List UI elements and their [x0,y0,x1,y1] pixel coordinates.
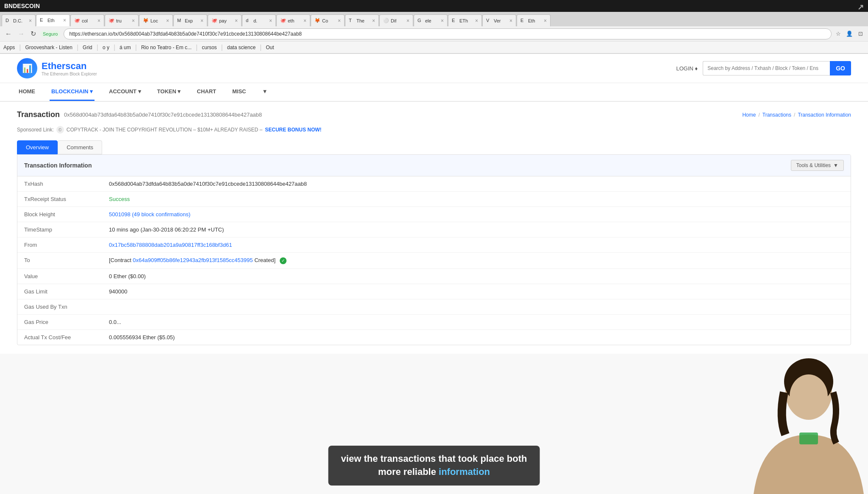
bookmark-separator: | [135,44,137,51]
info-value-7: 940000 [109,288,127,295]
tools-utilities-button[interactable]: Tools & Utilities ▼ [791,160,844,171]
info-row-2: Block Height5001098 (49 block confirmati… [17,207,851,222]
overview-tab-overview[interactable]: Overview [17,140,58,154]
contract-link[interactable]: 0x64a909ff05b86fe12943a2fb913f1585cc4539… [133,257,253,263]
browser-tab-tab14[interactable]: EETh× [448,14,482,26]
tab-title: Co [322,18,328,23]
info-value-9: 0.0... [109,319,121,325]
tab-close-icon[interactable]: × [97,18,100,24]
tab-close-icon[interactable]: × [132,18,135,24]
tab-favicon: d [246,18,252,24]
tab-close-icon[interactable]: × [200,18,203,24]
tab-title: Eth [528,18,535,23]
tab-close-icon[interactable]: × [406,18,409,24]
bookmark-separator: | [221,44,223,51]
browser-tab-tab3[interactable]: 🐙col× [70,14,104,26]
info-value-5: [Contract 0x64a909ff05b86fe12943a2fb913f… [109,257,287,264]
logo-area: 📊 Etherscan The Ethereum Block Explorer [17,58,97,78]
browser-tab-tab13[interactable]: Gele× [414,14,448,26]
nav-item-token[interactable]: TOKEN ▾ [156,83,183,101]
tools-arrow-icon: ▼ [833,162,838,168]
card-title: Transaction Information [24,162,92,169]
bookmark-item-1[interactable]: Grooveshark - Listen [25,45,72,50]
tab-favicon: D [6,18,11,24]
browser-tab-tab5[interactable]: 🦊Loc× [139,14,173,26]
tab-favicon: M [177,18,183,24]
info-label-4: From [24,242,109,248]
tab-close-icon[interactable]: × [29,18,32,24]
bookmark-item-8[interactable]: Out [266,45,274,50]
info-value-3: 10 mins ago (Jan-30-2018 06:20:22 PM +UT… [109,226,224,233]
overview-tab-comments[interactable]: Comments [58,140,102,154]
titlebar: BNDESCOIN ↗ [0,0,868,12]
breadcrumb-item-1[interactable]: Transactions [762,112,791,118]
nav-item-▼[interactable]: ▼ [261,83,270,101]
bookmark-star-icon[interactable]: ☆ [834,30,843,38]
tab-close-icon[interactable]: × [63,17,66,23]
nav-item-misc[interactable]: MISC [231,83,248,101]
breadcrumb-item-2[interactable]: Transaction Information [798,112,851,118]
browser-tab-tab4[interactable]: 🐙tru× [105,14,139,26]
bookmark-item-2[interactable]: Grid [83,45,92,50]
nav-item-chart[interactable]: CHART [195,83,218,101]
tab-title: Eth [47,18,55,23]
forward-button[interactable]: → [16,29,26,39]
tab-bar: DD.C.×EEth×🐙col×🐙tru×🦊Loc×MExp×🐙pay×dd.×… [0,12,868,26]
bookmark-item-5[interactable]: Rio no Teatro - Em c... [141,45,192,50]
tab-close-icon[interactable]: × [509,18,512,24]
browser-tab-tab12[interactable]: ⚪Dif× [379,14,413,26]
sponsored-cta[interactable]: SECURE BONUS NOW! [265,127,321,133]
reload-button[interactable]: ↻ [29,29,38,39]
info-value-2[interactable]: 5001098 (49 block confirmations) [109,211,190,218]
browser-tab-tab16[interactable]: EEth× [517,14,551,26]
extend-icon[interactable]: ⊡ [856,30,865,38]
bookmark-item-4[interactable]: á um [120,45,131,50]
tab-close-icon[interactable]: × [235,18,238,24]
site-name[interactable]: Etherscan [42,61,97,72]
breadcrumb-sep: / [758,112,760,118]
tab-close-icon[interactable]: × [441,18,444,24]
bookmark-item-0[interactable]: Apps [3,45,15,50]
tab-favicon: T [349,18,355,24]
info-value-1: Success [109,196,130,202]
tab-title: Exp [185,18,193,23]
browser-tab-tab1[interactable]: DD.C.× [2,14,36,26]
back-button[interactable]: ← [3,29,14,39]
tab-close-icon[interactable]: × [544,18,547,24]
tab-close-icon[interactable]: × [372,18,375,24]
browser-tab-tab7[interactable]: 🐙pay× [208,14,242,26]
tab-close-icon[interactable]: × [269,18,272,24]
browser-tab-tab11[interactable]: TThe× [345,14,379,26]
bookmark-item-3[interactable]: o y [103,45,109,50]
search-bar: GO [703,61,851,75]
nav-item-account[interactable]: ACCOUNT ▾ [107,83,143,101]
search-input[interactable] [703,61,830,75]
browser-tab-tab8[interactable]: dd.× [242,14,276,26]
tab-close-icon[interactable]: × [303,18,306,24]
breadcrumb-item-0[interactable]: Home [742,112,756,118]
share-icon[interactable]: ↗ [857,3,864,12]
browser-tab-tab9[interactable]: 🐙eth× [276,14,310,26]
nav-item-blockchain[interactable]: BLOCKCHAIN ▾ [50,83,95,101]
info-label-7: Gas Limit [24,288,109,295]
info-row-9: Gas Price0.0... [17,315,851,330]
search-go-button[interactable]: GO [830,61,851,75]
login-button[interactable]: LOGIN ♦ [676,65,698,72]
tab-close-icon[interactable]: × [166,18,169,24]
user-icon[interactable]: 👤 [845,30,854,38]
browser-tab-tab15[interactable]: VVer× [482,14,516,26]
bookmark-item-7[interactable]: data science [227,45,256,50]
info-row-6: Value0 Ether ($0.00) [17,269,851,284]
tab-close-icon[interactable]: × [338,18,341,24]
bookmark-item-6[interactable]: cursos [202,45,217,50]
info-card: Transaction Information Tools & Utilitie… [17,154,851,345]
info-value-4[interactable]: 0x17bc58b788808dab201a9a90817ff3c168bf3d… [109,242,232,248]
info-value-0: 0x568d004ab73dfda64b83b5a0de7410f30c7e91… [109,181,307,187]
info-label-10: Actual Tx Cost/Fee [24,334,109,340]
tab-close-icon[interactable]: × [475,18,478,24]
url-input[interactable] [64,28,832,39]
nav-item-home[interactable]: HOME [17,83,37,101]
browser-tab-tab10[interactable]: 🦊Co× [311,14,345,26]
browser-tab-tab2[interactable]: EEth× [36,14,70,26]
browser-tab-tab6[interactable]: MExp× [173,14,207,26]
